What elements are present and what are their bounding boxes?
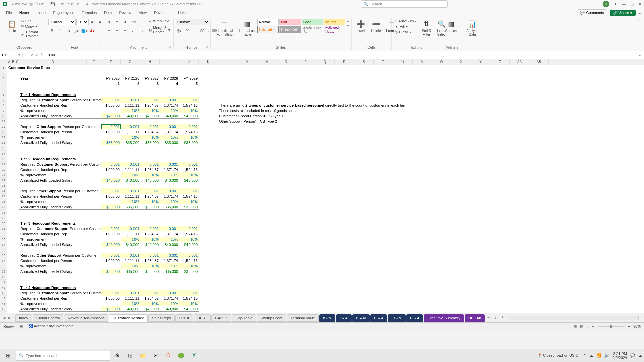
collapse-ribbon-icon[interactable]: ⌃ [636,18,641,50]
cell-D38[interactable]: % Improvement [19,263,100,269]
tab-file[interactable]: File [3,9,15,16]
zoom-level[interactable]: 90% [633,324,641,328]
sheet-overflow-icon[interactable]: ⋯ [487,316,490,320]
row-42[interactable]: 42 [0,285,7,290]
border-button[interactable]: ⊞▾ [72,27,80,34]
cell-J7[interactable]: 0.001 [179,97,199,103]
cell-J33[interactable]: 10% [179,237,199,242]
cell-F39[interactable]: $35,000 [101,269,121,274]
sheet-nav-next-icon[interactable]: ▶ [8,316,11,320]
row-11[interactable]: 11 [0,119,7,124]
styles-up-icon[interactable]: ▴ [347,19,349,23]
row-20[interactable]: 20 [0,167,7,172]
row-10[interactable]: 10 [0,113,7,119]
col-AA[interactable]: AA [510,59,529,65]
enter-formula-icon[interactable]: ✓ [36,53,39,57]
cell-I36[interactable]: 0.001 [160,253,179,258]
cell-G22[interactable]: $40,000 [121,178,140,183]
cell-J38[interactable]: 10% [179,263,199,269]
cell-J39[interactable]: $35,000 [179,269,199,274]
file-explorer-icon[interactable]: 📁 [138,350,148,361]
cell-D13[interactable]: Customers Handled per Person [19,129,100,135]
cell-G24[interactable]: 0.001 [121,188,140,194]
col-B[interactable]: B [11,59,15,65]
zoom-out-icon[interactable]: − [592,324,594,328]
cell-G43[interactable]: 0.001 [121,290,140,296]
sheet-tab-customer-service[interactable]: Customer Service [109,314,148,322]
style-normal[interactable]: Normal [257,19,279,25]
start-button[interactable]: ⊞ [2,350,14,361]
wifi-icon[interactable]: 📶 [596,353,601,358]
cell-D42[interactable]: Tier 4 Headcount Requirements [19,285,100,290]
cell-G46[interactable]: $40,000 [121,306,140,312]
cell-D7[interactable]: Required Customer Support Person per Cus… [19,97,100,103]
cell-G15[interactable]: $35,000 [121,140,140,145]
cell-G33[interactable]: 10% [121,237,140,242]
cell-E34[interactable] [87,242,101,247]
align-middle-icon[interactable]: ≡ [113,19,121,25]
cell-G12[interactable]: 0.001 [121,124,140,129]
sheet-tab-is--m[interactable]: IS- M [319,314,335,322]
row-38[interactable]: 38 [0,263,7,269]
cell-D33[interactable]: % Improvement [19,237,100,242]
percent-icon[interactable]: % [184,27,191,34]
cell-H26[interactable]: 10% [140,199,160,204]
tab-page-layout[interactable]: Page Layout [50,9,77,16]
row-34[interactable]: 34 [0,242,7,247]
cell-F3[interactable]: FY 2025 [101,76,121,81]
row-46[interactable]: 46 [0,306,7,312]
cell-G36[interactable]: 0.001 [121,253,140,258]
cell-H10[interactable]: $40,000 [140,113,160,119]
col-L[interactable]: L [218,59,237,65]
cloud-icon[interactable]: ☁ [589,353,593,358]
sheet-tab-bs--a[interactable]: BS- A [370,314,387,322]
orientation-icon[interactable]: ⟳▾ [129,19,137,25]
cell-G9[interactable]: 10% [121,108,140,113]
cell-G45[interactable]: 10% [121,301,140,306]
taskbar-search[interactable]: 🔍 Type here to search [16,351,110,361]
sheet-tab-cap-table[interactable]: Cap Table [232,314,256,322]
cell-D45[interactable]: % Improvement [19,301,100,306]
grow-font-icon[interactable]: A↑ [89,19,97,25]
cell-G27[interactable]: $35,000 [121,204,140,210]
cell-I3[interactable]: FY 2028 [160,76,179,81]
cell-I25[interactable]: 1,371.74 [160,194,179,199]
view-pagebreak-icon[interactable]: ▯ [587,324,589,328]
indent-dec-icon[interactable]: ⇤ [129,27,137,34]
cell-L11[interactable]: Other Support Person' = CS Type 2 [218,119,352,124]
cell-H20[interactable]: 1,234.57 [140,167,160,172]
tab-insert[interactable]: Insert [33,9,49,16]
cell-G44[interactable]: 1,111.11 [121,296,140,301]
cell-H12[interactable]: 0.001 [140,124,160,129]
cell-G13[interactable]: 1,111.11 [121,129,140,135]
align-left-icon[interactable]: ≡ [105,27,113,34]
cell-D12[interactable]: Required Other Support Person per Custom… [19,124,100,129]
expand-fbar-icon[interactable]: ⌄ [636,53,644,57]
row-1[interactable]: 1 [0,65,7,70]
cell-G39[interactable]: $35,000 [121,269,140,274]
col-T[interactable]: T [374,59,393,65]
cell-E22[interactable] [87,178,101,183]
cell-J27[interactable]: $35,000 [179,204,199,210]
col-G[interactable]: G [121,59,140,65]
col-X[interactable]: X [451,59,471,65]
qat-more-icon[interactable]: ▿ [77,2,79,6]
cell-D20[interactable]: Customers Handled per Rep [19,167,100,172]
autosum-button[interactable]: Σ AutoSum ▾ [394,19,418,23]
cell-L10[interactable]: Customer Support Person' = CS Type 1 [218,113,352,119]
cell-J15[interactable]: $35,000 [179,140,199,145]
cell-L8[interactable]: There are up to 2 types of customer serv… [218,103,386,108]
cell-D14[interactable]: % Improvement [19,135,100,140]
cell-F15[interactable]: $35,000 [101,140,121,145]
cell-F46[interactable]: $50,000 [101,306,121,312]
row-33[interactable]: 33 [0,237,7,242]
font-color-button[interactable]: A▾ [89,27,96,34]
style-calculation[interactable]: Calculation [257,26,279,33]
cell-G38[interactable]: 10% [121,263,140,269]
align-right-icon[interactable]: ≡ [121,27,129,34]
cut-button[interactable]: ✂ Cut [20,19,44,23]
sheet-tab-cf--a[interactable]: CF- A [406,314,423,322]
col-Y[interactable]: Y [471,59,490,65]
cell-J3[interactable]: FY 2029 [179,76,199,81]
cell-J20[interactable]: 1,524.16 [179,167,199,172]
